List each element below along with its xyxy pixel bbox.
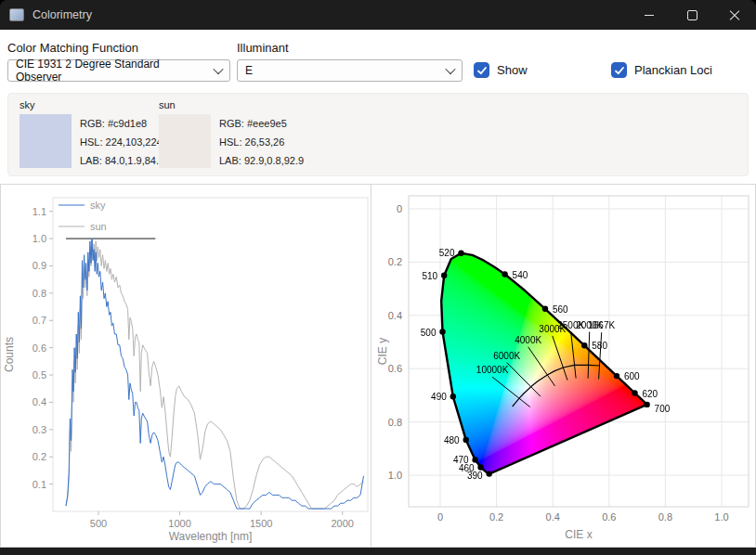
svg-text:1000: 1000 xyxy=(168,518,190,529)
chevron-down-icon xyxy=(445,64,455,74)
svg-text:0.4: 0.4 xyxy=(33,396,46,407)
swatch-name: sky xyxy=(20,99,164,110)
svg-text:580: 580 xyxy=(592,341,607,351)
svg-text:500: 500 xyxy=(90,518,107,529)
planckian-loci-checkbox-label: Planckian Loci xyxy=(634,63,712,77)
svg-text:Counts: Counts xyxy=(3,337,16,372)
close-button[interactable] xyxy=(713,0,756,30)
svg-text:Wavelength [nm]: Wavelength [nm] xyxy=(169,530,253,543)
svg-text:520: 520 xyxy=(439,248,455,258)
svg-text:0.3: 0.3 xyxy=(33,424,46,435)
cmf-select-value: CIE 1931 2 Degree Standard Observer xyxy=(16,58,207,84)
svg-text:1.1: 1.1 xyxy=(33,206,46,217)
cmf-select[interactable]: CIE 1931 2 Degree Standard Observer xyxy=(7,59,230,82)
app-window: Colorimetry Color Matching Function Illu… xyxy=(0,0,756,555)
svg-text:4000K: 4000K xyxy=(515,335,541,345)
window-resize-edge[interactable] xyxy=(0,548,756,555)
svg-text:0.1: 0.1 xyxy=(33,479,46,490)
show-checkbox[interactable]: Show xyxy=(474,62,528,78)
svg-text:0.9: 0.9 xyxy=(33,260,46,271)
checkbox-checked-icon xyxy=(611,62,627,78)
illuminant-label: Illuminant xyxy=(237,41,289,55)
svg-text:0.2: 0.2 xyxy=(33,451,46,462)
illuminant-select[interactable]: E xyxy=(237,59,463,82)
rgb-value: RGB: #eee9e5 xyxy=(219,114,304,133)
show-checkbox-label: Show xyxy=(497,63,528,77)
hsl-value: HSL: 224,103,224 xyxy=(80,133,164,151)
swatch-name: sun xyxy=(159,99,304,110)
lab-value: LAB: 92.9,0.8,92.9 xyxy=(219,151,304,170)
maximize-icon xyxy=(687,10,697,20)
svg-text:1667K: 1667K xyxy=(588,320,615,330)
spectra-chart[interactable]: 0.10.20.30.40.50.60.70.80.91.01.15001000… xyxy=(0,184,371,548)
cmf-label: Color Matching Function xyxy=(7,41,138,55)
chevron-down-icon xyxy=(213,64,223,74)
close-icon xyxy=(729,9,740,20)
svg-text:1.0: 1.0 xyxy=(33,233,46,244)
window-controls xyxy=(628,0,756,30)
svg-text:sun: sun xyxy=(90,221,107,232)
hsl-value: HSL: 26,53,26 xyxy=(219,133,304,151)
svg-text:0.7: 0.7 xyxy=(33,315,46,326)
svg-text:620: 620 xyxy=(643,389,658,399)
window-title: Colorimetry xyxy=(33,8,92,21)
svg-text:2000: 2000 xyxy=(331,518,353,529)
minimize-icon xyxy=(645,15,654,16)
minimize-button[interactable] xyxy=(628,0,671,30)
sun-color-values: RGB: #eee9e5 HSL: 26,53,26 LAB: 92.9,0.8… xyxy=(219,114,304,170)
svg-text:6000K: 6000K xyxy=(493,351,520,361)
svg-text:510: 510 xyxy=(423,271,438,281)
svg-text:10000K: 10000K xyxy=(476,365,509,375)
illuminant-select-value: E xyxy=(245,64,253,77)
color-swatch-panel: sky RGB: #c9d1e8 HSL: 224,103,224 LAB: 8… xyxy=(7,93,749,176)
svg-text:sky: sky xyxy=(90,200,106,211)
svg-text:560: 560 xyxy=(553,304,568,315)
sky-color-values: RGB: #c9d1e8 HSL: 224,103,224 LAB: 84.0,… xyxy=(80,114,164,170)
app-icon xyxy=(9,8,24,21)
svg-text:0.5: 0.5 xyxy=(33,369,46,381)
title-bar[interactable]: Colorimetry xyxy=(0,0,756,30)
lab-value: LAB: 84.0,1.9,84.0 xyxy=(80,151,164,170)
svg-text:600: 600 xyxy=(624,371,640,381)
window-content: Color Matching Function Illuminant CIE 1… xyxy=(0,30,756,548)
svg-text:1500: 1500 xyxy=(250,518,272,529)
svg-text:480: 480 xyxy=(444,435,460,445)
cie-chromaticity-chart[interactable]: 00.20.40.60.81.000.20.40.60.81.0CIE xCIE… xyxy=(371,184,756,548)
sky-color-swatch xyxy=(20,114,72,168)
sun-color-swatch xyxy=(159,114,211,168)
svg-text:540: 540 xyxy=(513,270,528,280)
svg-text:500: 500 xyxy=(421,328,437,338)
svg-text:0.8: 0.8 xyxy=(33,288,46,299)
svg-text:490: 490 xyxy=(431,392,447,402)
swatch-sky: sky RGB: #c9d1e8 HSL: 224,103,224 LAB: 8… xyxy=(20,99,164,170)
checkbox-checked-icon xyxy=(474,62,489,78)
planckian-loci-checkbox[interactable]: Planckian Loci xyxy=(611,62,712,78)
rgb-value: RGB: #c9d1e8 xyxy=(80,114,164,133)
svg-text:0.6: 0.6 xyxy=(33,342,46,354)
svg-text:700: 700 xyxy=(655,404,671,414)
svg-text:470: 470 xyxy=(453,455,469,465)
swatch-sun: sun RGB: #eee9e5 HSL: 26,53,26 LAB: 92.9… xyxy=(159,99,304,170)
maximize-button[interactable] xyxy=(671,0,713,30)
